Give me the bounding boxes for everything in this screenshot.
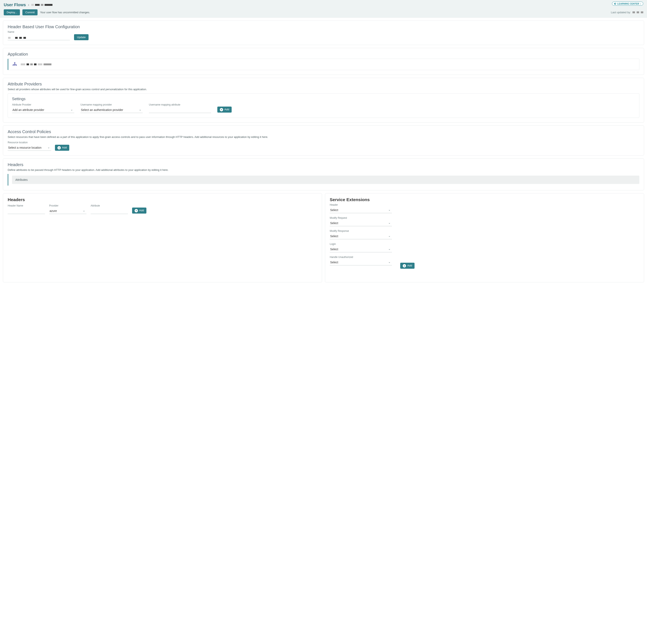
svc-modify-request-label: Modify Request xyxy=(330,216,392,219)
svc-unauth-select[interactable]: Select xyxy=(330,260,392,265)
user-map-provider-select[interactable]: Select an authentication provider xyxy=(80,107,143,113)
provider-select[interactable]: azure xyxy=(49,208,86,214)
attributes-wrap: Attributes xyxy=(8,174,639,186)
plus-circle-icon: + xyxy=(135,209,138,212)
application-title: Application xyxy=(8,52,639,57)
add-provider-label: Add xyxy=(224,108,229,111)
resource-label: Resource location xyxy=(8,141,51,144)
user-map-provider-label: Username mapping provider xyxy=(80,103,143,106)
resource-select[interactable]: Select a resource location xyxy=(8,145,51,151)
svg-point-0 xyxy=(14,62,15,63)
service-extensions-title: Service Extensions xyxy=(330,197,639,202)
name-input[interactable] xyxy=(8,35,70,40)
headers-section-desc: Define attributes to be passed through H… xyxy=(8,168,639,171)
name-label: Name xyxy=(8,30,639,33)
svc-modify-response-label: Modify Response xyxy=(330,229,392,232)
service-extensions-card: Service Extensions Header Select Modify … xyxy=(325,193,644,282)
application-name xyxy=(21,63,52,65)
application-row[interactable] xyxy=(8,59,639,70)
breadcrumb-row: User Flows › ◐ LEARNING CENTER › xyxy=(4,2,643,7)
uncommitted-message: Your user flow has uncommitted changes. xyxy=(40,11,90,14)
attributes-bar[interactable]: Attributes xyxy=(12,175,639,184)
redacted-icon xyxy=(637,11,639,13)
action-row: Deploy... Commit Your user flow has unco… xyxy=(4,9,643,15)
svg-point-3 xyxy=(16,65,17,66)
config-title: Header Based User Flow Configuration xyxy=(8,24,639,29)
svg-point-2 xyxy=(14,65,15,66)
acp-title: Access Control Policies xyxy=(8,129,639,134)
config-card: Header Based User Flow Configuration Nam… xyxy=(3,20,644,45)
plus-circle-icon: + xyxy=(403,264,406,268)
learning-center-label: LEARNING CENTER xyxy=(617,2,639,5)
commit-button[interactable]: Commit xyxy=(22,9,38,15)
dual-row: Headers Header Name Provider azure Attri… xyxy=(3,193,644,282)
page-body: Header Based User Flow Configuration Nam… xyxy=(0,18,647,285)
user-map-attr-input[interactable] xyxy=(149,107,211,113)
attribute-providers-desc: Select all providers whose attributes wi… xyxy=(8,88,639,91)
headers-form-title: Headers xyxy=(8,197,317,202)
settings-title: Settings xyxy=(12,97,635,101)
attribute-label: Attribute xyxy=(91,204,128,207)
add-resource-button[interactable]: +Add xyxy=(55,145,69,151)
attr-provider-select[interactable]: Add an attribute provider xyxy=(12,107,74,113)
svc-unauth-label: Handle Unauthorized xyxy=(330,256,392,259)
add-resource-label: Add xyxy=(62,146,67,149)
bulb-icon: ◐ xyxy=(614,2,616,5)
add-service-ext-label: Add xyxy=(407,264,412,267)
learning-center-link[interactable]: ◐ LEARNING CENTER › xyxy=(612,2,643,6)
headers-section-card: Headers Define attributes to be passed t… xyxy=(3,158,644,190)
header-name-input[interactable] xyxy=(8,208,45,214)
attribute-providers-title: Attribute Providers xyxy=(8,82,639,86)
add-header-label: Add xyxy=(139,209,144,212)
redacted-icon xyxy=(641,11,643,13)
provider-label: Provider xyxy=(49,204,86,207)
headers-form-card: Headers Header Name Provider azure Attri… xyxy=(3,193,322,282)
svc-modify-response-select[interactable]: Select xyxy=(330,233,392,239)
headers-section-title: Headers xyxy=(8,162,639,167)
svc-modify-request-select[interactable]: Select xyxy=(330,220,392,226)
svc-login-label: Login xyxy=(330,242,392,245)
acp-card: Access Control Policies Select resources… xyxy=(3,126,644,155)
svg-point-1 xyxy=(13,65,14,66)
plus-circle-icon: + xyxy=(58,146,61,149)
attr-provider-label: Attribute Provider xyxy=(12,103,74,106)
chevron-right-icon: › xyxy=(640,2,641,5)
last-updated-label: Last updated by: xyxy=(611,11,631,14)
add-service-ext-button[interactable]: +Add xyxy=(400,263,415,269)
update-button[interactable]: Update xyxy=(74,34,88,40)
breadcrumb-root[interactable]: User Flows xyxy=(4,2,26,7)
redacted-icon xyxy=(633,11,635,13)
acp-desc: Select resources that have been defined … xyxy=(8,135,639,139)
attribute-input[interactable] xyxy=(91,208,128,214)
header-name-label: Header Name xyxy=(8,204,45,207)
add-provider-button[interactable]: +Add xyxy=(217,106,232,113)
user-map-attr-label: Username mapping attribute xyxy=(149,103,211,106)
svc-header-select[interactable]: Select xyxy=(330,207,392,213)
breadcrumb-current xyxy=(31,4,53,6)
attribute-providers-card: Attribute Providers Select all providers… xyxy=(3,78,644,123)
top-bar: User Flows › ◐ LEARNING CENTER › Deploy.… xyxy=(0,0,647,18)
chevron-right-icon: › xyxy=(28,3,29,7)
svc-login-select[interactable]: Select xyxy=(330,246,392,252)
add-header-button[interactable]: +Add xyxy=(132,208,146,214)
app-flow-icon xyxy=(12,62,17,67)
last-updated: Last updated by: xyxy=(611,11,643,14)
plus-circle-icon: + xyxy=(220,108,223,111)
settings-box: Settings Attribute Provider Add an attri… xyxy=(8,93,639,118)
svc-header-label: Header xyxy=(330,203,392,206)
deploy-button[interactable]: Deploy... xyxy=(4,9,20,15)
application-card: Application xyxy=(3,48,644,75)
